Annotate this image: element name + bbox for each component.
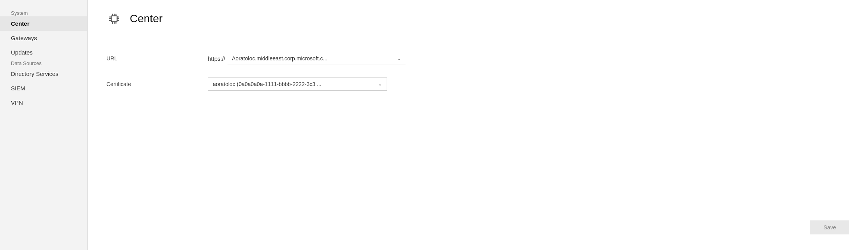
url-row: URL https:// Aoratoloc.middleeast.corp.m… <box>106 52 849 65</box>
sidebar-item-gateways[interactable]: Gateways <box>0 31 87 45</box>
sidebar: System Center Gateways Updates Data Sour… <box>0 0 88 250</box>
certificate-row: Certificate aoratoloc (0a0a0a0a-1111-bbb… <box>106 77 849 91</box>
certificate-dropdown[interactable]: aoratoloc (0a0a0a0a-1111-bbbb-2222-3c3 .… <box>208 77 387 91</box>
page-header: Center <box>88 0 868 36</box>
url-dropdown-value: Aoratoloc.middleeast.corp.microsoft.c... <box>232 55 393 62</box>
certificate-control-group: aoratoloc (0a0a0a0a-1111-bbbb-2222-3c3 .… <box>208 77 387 91</box>
certificate-label: Certificate <box>106 81 208 87</box>
main-content: Center URL https:// Aoratoloc.middleeast… <box>88 0 868 250</box>
sidebar-item-siem[interactable]: SIEM <box>0 81 87 95</box>
sidebar-item-directory-services[interactable]: Directory Services <box>0 67 87 81</box>
save-button-container: Save <box>810 220 849 234</box>
data-sources-section-label: Data Sources <box>0 56 53 69</box>
url-dropdown[interactable]: Aoratoloc.middleeast.corp.microsoft.c...… <box>227 52 406 65</box>
save-button[interactable]: Save <box>810 220 849 234</box>
certificate-dropdown-value: aoratoloc (0a0a0a0a-1111-bbbb-2222-3c3 .… <box>213 81 374 87</box>
form-area: URL https:// Aoratoloc.middleeast.corp.m… <box>88 36 868 250</box>
sidebar-item-vpn[interactable]: VPN <box>0 95 87 110</box>
chip-icon <box>106 11 122 26</box>
system-section-label: System <box>0 6 39 18</box>
page-title: Center <box>130 12 163 25</box>
chevron-down-icon: ⌄ <box>397 56 401 61</box>
url-prefix: https:// <box>208 55 225 62</box>
url-control-group: https:// Aoratoloc.middleeast.corp.micro… <box>208 52 406 65</box>
svg-rect-0 <box>111 16 117 22</box>
chevron-down-icon: ⌄ <box>378 81 382 87</box>
sidebar-item-center[interactable]: Center <box>0 16 87 31</box>
url-label: URL <box>106 55 208 62</box>
